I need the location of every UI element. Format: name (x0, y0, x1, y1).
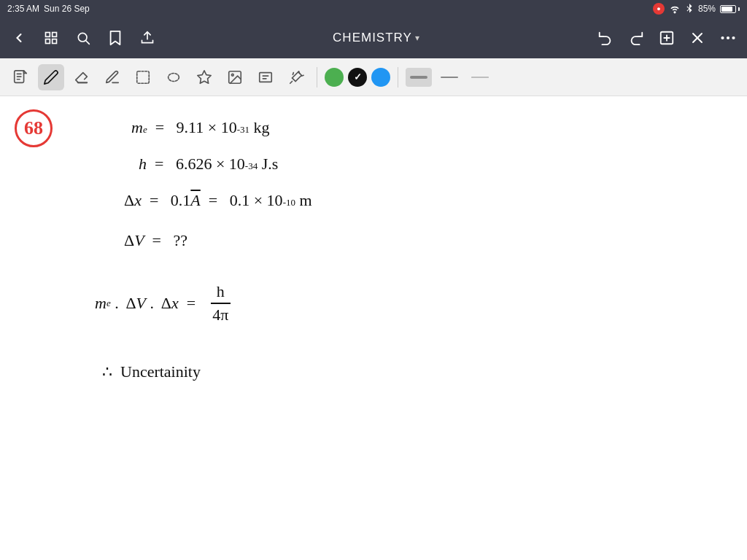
equation-line-6: ∴ Uncertainity (102, 362, 201, 381)
toolbar-divider-1 (317, 67, 317, 88)
equation-line-3: Δx = 0.1 A = 0.1 × 10-10 m (124, 191, 312, 210)
close-button[interactable] (684, 25, 711, 51)
svg-rect-24 (260, 72, 272, 82)
svg-line-28 (293, 72, 293, 74)
svg-line-5 (86, 41, 90, 44)
dash-style-medium-button[interactable] (436, 68, 462, 87)
bluetooth-icon (685, 4, 694, 14)
record-indicator: ● (653, 3, 665, 15)
page-number-badge: 68 (15, 109, 53, 147)
color-green-button[interactable] (325, 68, 344, 87)
battery-indicator (720, 5, 740, 13)
status-date: Sun 26 Sep (44, 4, 90, 14)
svg-rect-3 (53, 39, 57, 44)
toolbar-divider-2 (398, 67, 398, 88)
app-title[interactable]: CHEMISTRY ▾ (333, 31, 420, 45)
bookmark-button[interactable] (102, 25, 128, 51)
svg-rect-32 (441, 77, 458, 78)
share-button[interactable] (134, 25, 160, 51)
svg-line-30 (301, 75, 303, 76)
star-tool-button[interactable] (191, 64, 217, 90)
svg-rect-19 (137, 71, 150, 83)
note-tool-button[interactable] (7, 64, 34, 90)
status-time: 2:35 AM (7, 4, 39, 14)
chemistry-notes: me = 9.11 × 10-31 kg h = 6.626 × 10-34 J… (58, 104, 732, 553)
svg-rect-0 (46, 33, 50, 37)
color-black-button[interactable] (348, 68, 367, 87)
pen-tool-button[interactable] (38, 64, 64, 90)
svg-point-23 (231, 74, 233, 76)
lasso-tool-button[interactable] (160, 64, 187, 90)
undo-button[interactable] (592, 25, 619, 51)
search-button[interactable] (70, 25, 96, 51)
title-chevron: ▾ (415, 33, 420, 43)
drawing-toolbar (0, 58, 747, 96)
svg-point-12 (727, 36, 729, 39)
svg-point-11 (721, 36, 724, 39)
back-button[interactable] (6, 25, 32, 51)
more-button[interactable] (715, 25, 741, 51)
dash-style-filled-button[interactable] (406, 68, 432, 87)
battery-percent: 85% (698, 4, 716, 14)
image-tool-button[interactable] (222, 64, 248, 90)
equation-line-5: me . ΔV . Δx = h 4π (95, 282, 237, 324)
status-bar: 2:35 AM Sun 26 Sep ● 85% (0, 0, 747, 18)
textbox-tool-button[interactable] (252, 64, 279, 90)
eraser-tool-button[interactable] (69, 64, 95, 90)
svg-rect-33 (471, 77, 489, 77)
grid-button[interactable] (38, 25, 64, 51)
equation-line-2: h = 6.626 × 10-34 J.s (139, 155, 278, 174)
main-content: 68 me = 9.11 × 10-31 kg h = 6.626 × 10-3… (0, 96, 747, 560)
svg-rect-1 (53, 33, 57, 37)
color-blue-button[interactable] (371, 68, 390, 87)
fraction-display: h 4π (206, 282, 234, 324)
svg-line-29 (299, 71, 300, 73)
svg-rect-2 (46, 39, 50, 44)
add-page-button[interactable] (654, 25, 680, 51)
svg-rect-31 (410, 76, 427, 79)
highlighter-tool-button[interactable] (99, 64, 125, 90)
dash-style-thin-button[interactable] (467, 68, 493, 87)
selector-tool-button[interactable] (130, 64, 156, 90)
svg-marker-21 (198, 70, 211, 82)
top-toolbar: CHEMISTRY ▾ (0, 18, 747, 58)
equation-line-1: me = 9.11 × 10-31 kg (131, 118, 270, 137)
wifi-icon (669, 4, 681, 14)
redo-button[interactable] (623, 25, 649, 51)
svg-point-13 (732, 36, 735, 39)
svg-line-27 (290, 81, 293, 83)
svg-point-20 (169, 73, 179, 81)
equation-line-4: ΔV = ?? (124, 231, 187, 250)
magic-tool-button[interactable] (283, 64, 309, 90)
